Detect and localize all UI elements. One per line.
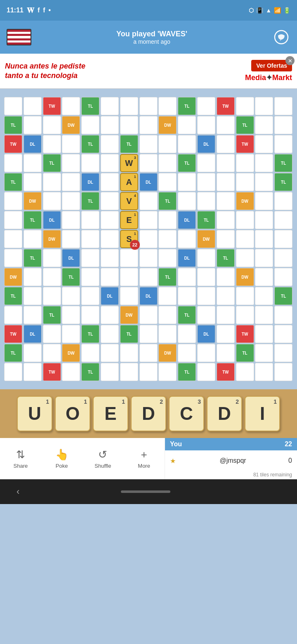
star-icon: ★ [170,457,176,465]
cell-14-9: TL [178,363,196,381]
cell-10-1 [24,287,42,305]
rack-tile-D2[interactable]: 2 D [207,396,242,431]
cell-13-5 [101,344,119,362]
share-button[interactable]: ⇅ Share [0,438,41,479]
cell-2-8 [158,135,177,153]
tile-rack: 1 U 1 O 1 E 2 D 3 C 2 D 1 I [0,389,297,438]
cell-12-5 [101,325,119,343]
cell-6-2: DL [43,211,61,229]
cell-2-7 [139,135,158,153]
shuffle-button[interactable]: ↺ Shuffle [82,438,124,479]
cell-4-2 [43,173,61,191]
cell-8-6 [120,249,138,267]
share-icon: ⇅ [16,448,25,461]
cell-8-2 [43,249,61,267]
tiles-remaining: 81 tiles remaining [165,471,297,479]
cell-3-14: TL [274,154,292,172]
cell-14-2: TW [43,363,61,381]
cell-12-8 [158,325,177,343]
cell-4-3 [62,173,80,191]
home-pill[interactable] [121,490,170,493]
cell-13-1 [24,344,42,362]
cell-11-6: DW [120,306,138,324]
cell-3-7 [139,154,158,172]
cell-8-11: TL [217,249,235,267]
cell-14-7 [139,363,158,381]
battery-icon: 🔋 [283,7,290,14]
tile-W: 3 W [120,154,138,172]
cell-12-6: TL [120,325,138,343]
chat-button[interactable] [272,28,290,46]
rack-tile-C[interactable]: 3 C [169,396,204,431]
cell-10-13 [255,287,273,305]
more-button[interactable]: + More [123,438,165,479]
cell-2-3 [62,135,80,153]
cell-1-5 [101,116,119,134]
rack-tile-E[interactable]: 1 E [93,396,128,431]
cell-6-0 [4,211,22,229]
cell-12-2 [43,325,61,343]
status-right: ⬡ 📳 ▲ 📶 🔋 [249,7,290,14]
cell-1-7 [139,116,158,134]
cell-4-0: TL [4,173,22,191]
cell-11-11 [217,306,235,324]
opponent-handle: @jmspqr [219,457,246,464]
cell-10-5: DL [101,287,119,305]
ad-text: Nunca antes le pedistetanto a tu tecnolo… [5,62,245,81]
cell-11-5 [101,306,119,324]
cell-0-3 [62,97,80,115]
rack-tile-D1[interactable]: 2 D [131,396,166,431]
cell-5-1: DW [24,192,42,210]
cell-9-7 [139,268,158,286]
cell-14-0 [4,363,22,381]
cell-8-14 [274,249,292,267]
cell-7-1 [24,230,42,248]
cell-9-11 [217,268,235,286]
cell-14-4: TL [81,363,99,381]
rack-tile-U[interactable]: 1 U [17,396,52,431]
cell-8-10 [197,249,215,267]
cell-8-3: DL [62,249,80,267]
cell-5-7 [139,192,158,210]
cell-11-12 [236,306,254,324]
cell-10-7: DL [139,287,158,305]
rack-tile-O[interactable]: 1 O [55,396,90,431]
cell-13-8: DW [158,344,177,362]
cell-4-10 [197,173,215,191]
cell-1-2 [43,116,61,134]
cell-1-1 [24,116,42,134]
ad-close-button[interactable]: ✕ [285,56,295,65]
cell-5-5 [101,192,119,210]
rack-tile-I[interactable]: 1 I [245,396,280,431]
cell-2-4: TL [81,135,99,153]
cell-4-9 [178,173,196,191]
cell-12-3 [62,325,80,343]
flag-icon [7,29,31,45]
cell-2-0: TW [4,135,22,153]
cell-12-1: DL [24,325,42,343]
cell-12-0: TW [4,325,22,343]
header-title: You played 'WAVES' [116,30,187,38]
poke-button[interactable]: 👆 Poke [41,438,82,479]
cell-4-13 [255,173,273,191]
cell-9-9 [178,268,196,286]
cell-2-11 [217,135,235,153]
cell-5-14 [274,192,292,210]
back-button[interactable]: ‹ [16,486,19,497]
cell-12-14 [274,325,292,343]
cell-13-7 [139,344,158,362]
cell-2-1: DL [24,135,42,153]
cell-1-11 [217,116,235,134]
cell-2-2 [43,135,61,153]
cell-14-14 [274,363,292,381]
cell-1-3: DW [62,116,80,134]
cell-13-12: TL [236,344,254,362]
cell-5-2 [43,192,61,210]
header-subtitle: a moment ago [116,38,187,45]
cell-13-14 [274,344,292,362]
cell-9-4 [81,268,99,286]
you-label: You [170,440,182,448]
cell-14-8 [158,363,177,381]
cell-7-0 [4,230,22,248]
cell-7-14 [274,230,292,248]
